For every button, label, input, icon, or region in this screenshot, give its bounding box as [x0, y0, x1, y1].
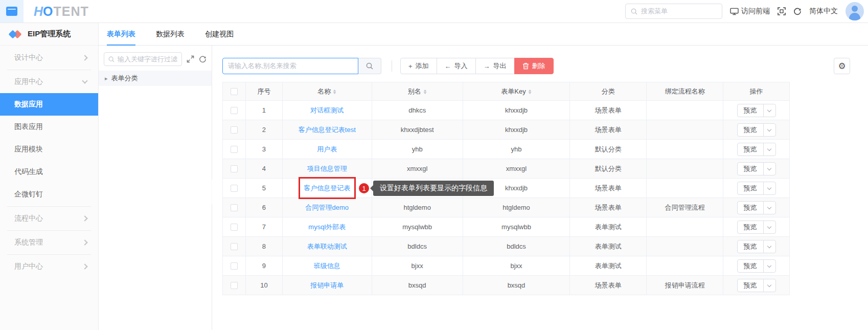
preview-button-label[interactable]: 预览 — [738, 143, 763, 156]
chevron-down-icon[interactable] — [763, 104, 775, 117]
menu-search-input[interactable]: 搜索菜单 — [625, 4, 722, 19]
fullscreen-button[interactable] — [778, 7, 786, 15]
search-button[interactable] — [358, 58, 381, 74]
preview-button-label[interactable]: 预览 — [738, 202, 763, 214]
sidebar-item-设计中心[interactable]: 设计中心 — [0, 47, 98, 69]
table-search-input[interactable]: 请输入名称,别名来搜索 — [222, 58, 358, 74]
form-name-link[interactable]: 表单联动测试 — [307, 242, 347, 251]
sidebar: EIP管理系统 设计中心 应用中心 数据应用 图表应用 应用模块 代码生成 企微… — [0, 23, 99, 330]
preview-button-label[interactable]: 预览 — [738, 221, 763, 233]
preview-button-label[interactable]: 预览 — [738, 240, 763, 253]
form-name-link[interactable]: 用户表 — [317, 145, 337, 154]
form-name-link[interactable]: 报销申请单 — [310, 281, 344, 290]
sidebar-toggle-button[interactable] — [0, 0, 24, 23]
row-checkbox[interactable] — [231, 126, 238, 134]
row-checkbox[interactable] — [231, 204, 238, 211]
form-name-link[interactable]: 客户信息登记表 — [304, 184, 350, 193]
sidebar-item-数据应用[interactable]: 数据应用 — [0, 93, 98, 116]
row-index: 5 — [246, 179, 283, 197]
chevron-down-icon[interactable] — [763, 163, 775, 175]
tab-表单列表[interactable]: 表单列表 — [107, 23, 135, 45]
sidebar-item-用户中心[interactable]: 用户中心 — [0, 255, 98, 278]
tab-数据列表[interactable]: 数据列表 — [156, 23, 185, 45]
preview-split-button[interactable]: 预览 — [737, 221, 776, 234]
sort-icon[interactable]: ▲▼ — [423, 89, 427, 94]
preview-split-button[interactable]: 预览 — [737, 104, 776, 117]
tree-node-form-category[interactable]: ▸ 表单分类 — [99, 71, 212, 86]
row-category: 表单测试 — [570, 217, 647, 236]
row-alias: bxsqd — [372, 276, 463, 295]
sidebar-item-流程中心[interactable]: 流程中心 — [0, 207, 98, 230]
row-checkbox[interactable] — [231, 107, 238, 114]
row-category: 表单测试 — [570, 237, 647, 256]
table-row: 3 用户表 yhb yhb 默认分类 预览 — [223, 140, 790, 159]
add-button[interactable]: + 添加 — [400, 58, 437, 74]
row-checkbox[interactable] — [231, 165, 238, 172]
chevron-down-icon[interactable] — [763, 221, 775, 233]
form-name-link[interactable]: 班级信息 — [314, 261, 340, 271]
preview-button-label[interactable]: 预览 — [738, 279, 763, 292]
row-checkbox[interactable] — [231, 282, 238, 289]
preview-button-label[interactable]: 预览 — [738, 182, 763, 194]
preview-button-label[interactable]: 预览 — [738, 260, 763, 272]
chevron-down-icon[interactable] — [763, 279, 775, 292]
chevron-down-icon[interactable] — [763, 143, 775, 156]
preview-split-button[interactable]: 预览 — [737, 143, 776, 156]
sidebar-item-应用模块[interactable]: 应用模块 — [0, 138, 98, 161]
tree-refresh-icon[interactable] — [199, 55, 207, 63]
chevron-down-icon[interactable] — [763, 202, 775, 214]
row-flow-name — [647, 120, 723, 139]
expand-all-icon[interactable] — [187, 55, 194, 63]
row-checkbox[interactable] — [231, 185, 238, 192]
language-switch[interactable]: 简体中文 — [809, 7, 838, 16]
sidebar-item-图表应用[interactable]: 图表应用 — [0, 116, 98, 138]
column-header-alias[interactable]: 别名 ▲▼ — [372, 82, 463, 100]
chevron-down-icon[interactable] — [763, 240, 775, 253]
form-name-link[interactable]: 对话框测试 — [310, 106, 344, 115]
tab-创建视图[interactable]: 创建视图 — [205, 23, 234, 45]
preview-button-label[interactable]: 预览 — [738, 163, 763, 175]
sidebar-item-企微钉钉[interactable]: 企微钉钉 — [0, 183, 98, 206]
preview-split-button[interactable]: 预览 — [737, 123, 776, 137]
sidebar-item-应用中心[interactable]: 应用中心 — [0, 71, 98, 93]
preview-split-button[interactable]: 预览 — [737, 240, 776, 253]
sidebar-item-代码生成[interactable]: 代码生成 — [0, 161, 98, 183]
preview-split-button[interactable]: 预览 — [737, 162, 776, 175]
row-checkbox[interactable] — [231, 224, 238, 231]
form-name-link[interactable]: 项目信息管理 — [307, 164, 347, 173]
select-all-checkbox[interactable] — [231, 88, 238, 95]
form-name-link[interactable]: 合同管理demo — [306, 203, 349, 212]
chevron-down-icon[interactable] — [763, 182, 775, 194]
form-name-link[interactable]: mysql外部表 — [308, 223, 346, 232]
preview-button-label[interactable]: 预览 — [738, 124, 763, 136]
form-name-link[interactable]: 客户信息登记表test — [299, 125, 356, 135]
row-flow-name — [647, 101, 723, 120]
monitor-icon — [730, 8, 739, 15]
user-avatar[interactable] — [846, 2, 864, 20]
row-checkbox[interactable] — [231, 146, 238, 153]
preview-split-button[interactable]: 预览 — [737, 279, 776, 292]
column-header-form-key[interactable]: 表单Key ▲▼ — [463, 82, 570, 100]
logo-part: O — [43, 4, 53, 19]
sidebar-item-系统管理[interactable]: 系统管理 — [0, 231, 98, 254]
column-settings-button[interactable]: ⚙ — [834, 58, 850, 74]
export-button[interactable]: → 导出 — [475, 58, 515, 74]
preview-split-button[interactable]: 预览 — [737, 182, 776, 195]
visit-frontend-button[interactable]: 访问前端 — [730, 7, 770, 16]
column-header-name[interactable]: 名称 ▲▼ — [283, 82, 372, 100]
tree-filter-input[interactable]: 输入关键字进行过滤 — [104, 52, 182, 66]
table-body: 1 对话框测试 dhkcs khxxdjb 场景表单 预览 2 客户信息登记表t… — [223, 101, 790, 295]
row-checkbox[interactable] — [231, 243, 238, 250]
refresh-button[interactable] — [793, 7, 802, 15]
preview-split-button[interactable]: 预览 — [737, 201, 776, 214]
chevron-down-icon[interactable] — [763, 124, 775, 136]
import-button[interactable]: ← 导入 — [437, 58, 476, 74]
preview-split-button[interactable]: 预览 — [737, 259, 776, 273]
delete-button[interactable]: 删除 — [514, 58, 554, 74]
sort-icon[interactable]: ▲▼ — [333, 89, 336, 94]
chevron-down-icon[interactable] — [763, 260, 775, 272]
preview-button-label[interactable]: 预览 — [738, 104, 763, 117]
annotation-tooltip: 设置好表单列表要显示的字段信息 — [373, 181, 494, 196]
sort-icon[interactable]: ▲▼ — [528, 89, 532, 94]
row-checkbox[interactable] — [231, 262, 238, 270]
